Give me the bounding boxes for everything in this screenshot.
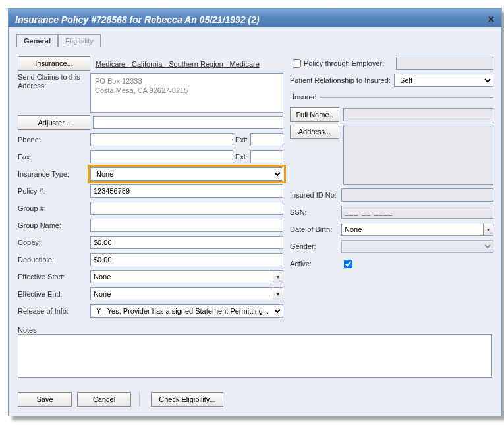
claims-address-box: PO Box 12333 Costa Mesa, CA 92627-8215 bbox=[90, 73, 283, 113]
ssn-input bbox=[341, 206, 493, 219]
dob-dropdown-icon[interactable]: ▾ bbox=[483, 223, 493, 236]
group-label: Group #: bbox=[18, 204, 90, 212]
tab-general[interactable]: General bbox=[16, 34, 58, 47]
bottom-bar: Save Cancel Check Eligibility... bbox=[9, 385, 501, 416]
fax-ext-label: Ext: bbox=[233, 153, 250, 161]
insurance-plan-link[interactable]: Medicare - California - Southern Region … bbox=[96, 59, 260, 68]
group-input[interactable] bbox=[90, 202, 283, 215]
insurance-type-label: Insurance Type: bbox=[18, 170, 90, 178]
button-divider bbox=[139, 392, 143, 407]
effstart-dropdown-icon[interactable]: ▾ bbox=[273, 270, 283, 283]
phone-ext-label: Ext: bbox=[233, 136, 250, 144]
effstart-label: Effective Start: bbox=[18, 273, 90, 281]
insurance-button[interactable]: Insurance... bbox=[18, 56, 90, 71]
relationship-select[interactable]: Self bbox=[394, 74, 493, 87]
copay-label: Copay: bbox=[18, 239, 90, 246]
policy-label: Policy #: bbox=[18, 187, 90, 195]
active-checkbox[interactable] bbox=[344, 260, 352, 268]
dob-label: Date of Birth: bbox=[290, 225, 341, 233]
claims-address-line2: Costa Mesa, CA 92627-8215 bbox=[95, 86, 279, 95]
ssn-label: SSN: bbox=[290, 208, 341, 216]
save-button[interactable]: Save bbox=[18, 392, 72, 407]
tab-eligibility[interactable]: Eligibility bbox=[58, 34, 101, 47]
relationship-label: Patient Relationship to Insured: bbox=[290, 76, 394, 84]
groupname-input[interactable] bbox=[90, 219, 283, 232]
fax-ext-input[interactable] bbox=[250, 150, 283, 163]
insured-id-input bbox=[341, 188, 493, 202]
effend-label: Effective End: bbox=[18, 290, 90, 298]
policy-through-employer-checkbox[interactable] bbox=[293, 59, 301, 68]
effend-dropdown-icon[interactable]: ▾ bbox=[273, 287, 283, 300]
phone-label: Phone: bbox=[18, 136, 90, 144]
insured-legend: Insured bbox=[290, 93, 320, 101]
deductible-input[interactable] bbox=[90, 253, 283, 266]
insured-id-label: Insured ID No: bbox=[290, 191, 341, 199]
insured-address-box bbox=[343, 125, 493, 185]
notes-label: Notes bbox=[18, 326, 492, 334]
groupname-label: Group Name: bbox=[18, 221, 90, 229]
adjuster-input[interactable] bbox=[93, 116, 283, 129]
gender-select bbox=[341, 240, 493, 253]
active-label: Active: bbox=[290, 260, 341, 268]
cancel-button[interactable]: Cancel bbox=[77, 392, 131, 407]
copay-input[interactable] bbox=[90, 236, 283, 249]
dob-input[interactable] bbox=[341, 223, 483, 236]
insurance-policy-dialog: Insurance Policy #728568 for Rebecca An … bbox=[8, 8, 502, 416]
effend-input[interactable] bbox=[90, 287, 273, 300]
window-title: Insurance Policy #728568 for Rebecca An … bbox=[15, 14, 260, 25]
policy-through-employer-input bbox=[396, 57, 493, 70]
fullname-input bbox=[343, 108, 493, 121]
form-area: Insurance... Medicare - California - Sou… bbox=[9, 47, 501, 385]
policy-input[interactable] bbox=[90, 184, 283, 198]
titlebar: Insurance Policy #728568 for Rebecca An … bbox=[9, 9, 501, 27]
insured-fieldset: Insured Full Name.. Address... Insured I… bbox=[290, 93, 493, 273]
notes-textarea[interactable] bbox=[18, 334, 492, 378]
fax-input[interactable] bbox=[90, 150, 233, 163]
policy-through-employer-label: Policy through Employer: bbox=[304, 59, 396, 67]
claims-address-line1: PO Box 12333 bbox=[95, 76, 279, 86]
phone-ext-input[interactable] bbox=[250, 133, 283, 146]
tabstrip: General Eligibility bbox=[9, 27, 501, 47]
send-claims-label: Send Claims to this Address: bbox=[18, 73, 90, 90]
insurance-type-select[interactable]: None bbox=[90, 167, 283, 181]
fax-label: Fax: bbox=[18, 153, 90, 161]
effstart-input[interactable] bbox=[90, 270, 273, 283]
release-select[interactable]: Y - Yes, Provider has a signed Statement… bbox=[90, 304, 283, 318]
phone-input[interactable] bbox=[90, 133, 233, 146]
address-button[interactable]: Address... bbox=[290, 125, 339, 139]
deductible-label: Deductible: bbox=[18, 256, 90, 264]
release-label: Release of Info: bbox=[18, 307, 90, 315]
adjuster-button[interactable]: Adjuster... bbox=[18, 115, 90, 130]
gender-label: Gender: bbox=[290, 242, 341, 250]
fullname-button[interactable]: Full Name.. bbox=[290, 107, 339, 122]
check-eligibility-button[interactable]: Check Eligibility... bbox=[151, 392, 223, 407]
close-icon[interactable]: ✕ bbox=[488, 14, 495, 24]
